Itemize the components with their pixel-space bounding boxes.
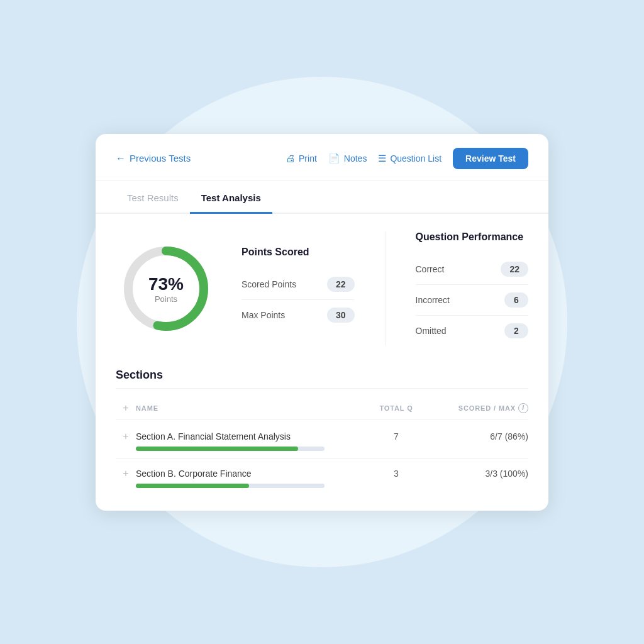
donut-label: Points [148, 294, 184, 303]
section-a-progress [136, 447, 528, 451]
plus-icon-a: + [123, 431, 128, 441]
plus-icon-b: + [123, 468, 128, 479]
back-label: Previous Tests [130, 153, 191, 164]
info-icon[interactable]: i [518, 403, 528, 413]
omitted-value: 2 [504, 323, 528, 338]
section-row-b-top: + Section B. Corporate Finance 3 3/3 (10… [116, 468, 528, 479]
scored-points-row: Scored Points 22 [242, 269, 355, 300]
table-header: + NAME TOTAL Q SCORED / MAX i [116, 397, 528, 419]
section-a-scored: 6/7 (86%) [428, 431, 528, 441]
question-list-label: Question List [390, 153, 441, 164]
omitted-row: Omitted 2 [416, 316, 529, 346]
main-card: ← Previous Tests 🖨 Print 📄 Notes ☰ Quest… [96, 134, 548, 511]
question-performance-title: Question Performance [416, 231, 529, 243]
question-list-button[interactable]: ☰ Question List [378, 153, 441, 164]
sections-divider [116, 388, 528, 389]
scored-points-label: Scored Points [242, 279, 296, 289]
points-scored-title: Points Scored [242, 247, 355, 258]
tab-test-analysis[interactable]: Test Analysis [190, 181, 272, 214]
scored-max-col-header: SCORED / MAX i [428, 403, 528, 413]
review-test-button[interactable]: Review Test [453, 148, 528, 169]
donut-center: 73% Points [148, 274, 184, 303]
max-points-value: 30 [327, 308, 355, 323]
stats-divider [385, 231, 386, 346]
incorrect-value: 6 [504, 292, 528, 308]
back-link[interactable]: ← Previous Tests [116, 153, 191, 164]
section-row-a-top: + Section A. Financial Statement Analysi… [116, 431, 528, 442]
total-q-col-header: TOTAL Q [365, 404, 428, 412]
correct-value: 22 [501, 262, 528, 277]
omitted-label: Omitted [416, 326, 447, 336]
section-b-total: 3 [365, 469, 428, 479]
max-points-label: Max Points [242, 310, 285, 320]
incorrect-row: Incorrect 6 [416, 285, 529, 316]
scored-points-value: 22 [327, 277, 355, 292]
print-label: Print [299, 153, 317, 164]
stats-row: 73% Points Points Scored Scored Points 2… [116, 231, 528, 346]
points-scored-section: Points Scored Scored Points 22 Max Point… [242, 247, 355, 330]
section-a-name: Section A. Financial Statement Analysis [136, 431, 365, 441]
section-b-progress-fill [136, 484, 249, 488]
sections-area: Sections + NAME TOTAL Q SCORED / MAX i [116, 369, 528, 496]
outer-circle: ← Previous Tests 🖨 Print 📄 Notes ☰ Quest… [77, 77, 567, 567]
main-content: 73% Points Points Scored Scored Points 2… [96, 214, 548, 511]
section-b-progress [136, 484, 528, 488]
max-points-row: Max Points 30 [242, 300, 355, 330]
back-arrow-icon: ← [116, 153, 126, 164]
plus-icon-header: + [123, 402, 128, 413]
donut-percent: 73% [148, 274, 184, 294]
print-icon: 🖨 [286, 153, 295, 164]
section-a-progress-bg [136, 447, 325, 451]
section-row-b: + Section B. Corporate Finance 3 3/3 (10… [116, 459, 528, 496]
correct-row: Correct 22 [416, 254, 529, 285]
section-b-scored: 3/3 (100%) [428, 469, 528, 479]
section-row-a: + Section A. Financial Statement Analysi… [116, 422, 528, 459]
section-a-total: 7 [365, 431, 428, 441]
notes-button[interactable]: 📄 Notes [328, 153, 367, 164]
expand-section-b[interactable]: + [116, 468, 136, 479]
card-header: ← Previous Tests 🖨 Print 📄 Notes ☰ Quest… [96, 134, 548, 181]
name-col-header: NAME [136, 404, 365, 412]
section-a-progress-fill [136, 447, 298, 451]
correct-label: Correct [416, 264, 445, 274]
notes-icon: 📄 [328, 153, 340, 164]
tabs: Test Results Test Analysis [96, 181, 548, 214]
question-performance-section: Question Performance Correct 22 Incorrec… [416, 231, 529, 346]
section-b-name: Section B. Corporate Finance [136, 469, 365, 479]
incorrect-label: Incorrect [416, 295, 450, 305]
print-button[interactable]: 🖨 Print [286, 153, 317, 164]
sections-title: Sections [116, 369, 528, 382]
tab-test-results[interactable]: Test Results [116, 181, 190, 214]
header-actions: 🖨 Print 📄 Notes ☰ Question List Review T… [286, 148, 528, 169]
expand-col-header: + [116, 402, 136, 414]
notes-label: Notes [344, 153, 367, 164]
question-list-icon: ☰ [378, 153, 386, 164]
expand-section-a[interactable]: + [116, 431, 136, 442]
donut-chart: 73% Points [116, 238, 216, 339]
section-b-progress-bg [136, 484, 325, 488]
